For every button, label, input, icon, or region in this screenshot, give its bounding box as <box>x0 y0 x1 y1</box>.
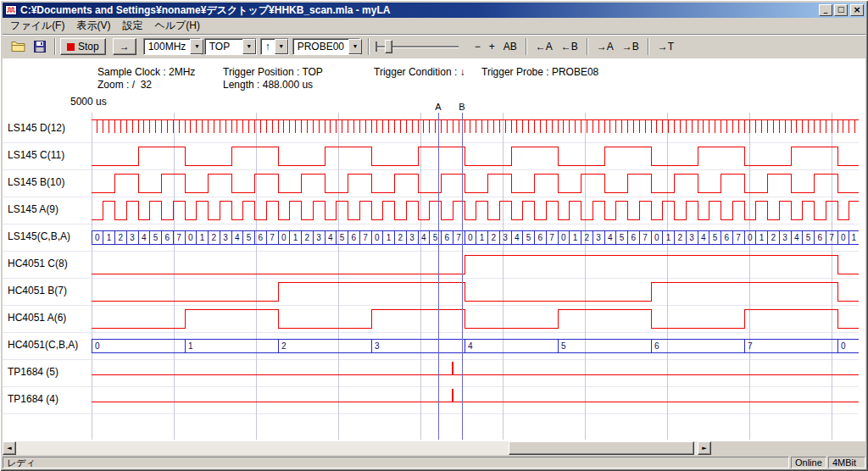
move-b-left-button[interactable]: ←B <box>557 38 582 55</box>
channel-wave <box>92 362 859 374</box>
svg-text:5: 5 <box>247 233 252 242</box>
svg-text:5: 5 <box>153 233 159 242</box>
svg-text:0: 0 <box>188 233 193 242</box>
scrollbar-track[interactable] <box>16 441 698 455</box>
svg-text:5: 5 <box>806 233 811 242</box>
zoom-in-button[interactable]: + <box>485 38 499 55</box>
svg-text:7: 7 <box>736 233 741 242</box>
svg-text:7: 7 <box>643 233 648 242</box>
svg-text:4: 4 <box>421 233 426 242</box>
trigger-edge-select[interactable]: ↑ ▼ <box>260 38 289 55</box>
ready-status: レディ <box>3 457 789 468</box>
stop-button[interactable]: Stop <box>60 38 106 55</box>
probe-select[interactable]: PROBE00 ▼ <box>292 38 360 55</box>
zoom-slider-thumb[interactable] <box>385 40 392 53</box>
svg-text:2: 2 <box>585 233 590 242</box>
svg-text:0: 0 <box>841 341 846 351</box>
svg-text:7: 7 <box>363 233 368 242</box>
svg-text:4: 4 <box>794 233 799 242</box>
move-b-right-button[interactable]: →B <box>618 38 643 55</box>
maximize-button[interactable]: □ <box>834 4 848 16</box>
scroll-right-button[interactable]: ► <box>698 441 711 455</box>
svg-text:5: 5 <box>526 233 531 242</box>
svg-text:4: 4 <box>608 233 613 242</box>
move-a-right-button[interactable]: →A <box>593 38 618 55</box>
svg-text:0: 0 <box>841 233 846 242</box>
svg-text:6: 6 <box>654 341 659 351</box>
svg-text:1: 1 <box>107 233 112 242</box>
trigger-probe-text: Trigger Probe : PROBE08 <box>481 66 598 78</box>
chevron-down-icon[interactable]: ▼ <box>190 39 203 54</box>
svg-text:1: 1 <box>188 341 193 351</box>
svg-text:0: 0 <box>748 233 753 242</box>
zoom-slider[interactable] <box>376 38 459 55</box>
svg-text:6: 6 <box>538 233 543 242</box>
svg-text:4: 4 <box>235 233 240 242</box>
svg-text:0: 0 <box>561 233 566 242</box>
length-text: Length : 488.000 us <box>223 79 313 91</box>
svg-text:0: 0 <box>375 233 380 242</box>
waveform-svg[interactable]: 0123456701234567012345670123456701234567… <box>3 100 864 442</box>
svg-text:7: 7 <box>270 233 275 242</box>
svg-text:3: 3 <box>409 233 415 242</box>
ab-cursors-button[interactable]: AB <box>499 38 521 55</box>
svg-text:0: 0 <box>654 233 659 242</box>
menu-item[interactable]: ヘルプ(H) <box>148 17 206 35</box>
open-folder-icon <box>11 41 25 53</box>
channel-wave <box>92 309 859 328</box>
svg-text:5: 5 <box>713 233 718 242</box>
toolbar-separator <box>587 38 588 55</box>
close-button[interactable]: × <box>850 4 864 16</box>
svg-text:0: 0 <box>281 233 287 242</box>
minimize-button[interactable]: _ <box>819 4 832 16</box>
channel-wave <box>92 389 859 402</box>
svg-text:7: 7 <box>176 233 181 242</box>
svg-text:1: 1 <box>573 233 578 242</box>
menu-item[interactable]: 設定 <box>116 17 148 35</box>
freq-select[interactable]: 100MHz ▼ <box>143 38 201 55</box>
svg-text:1: 1 <box>852 233 857 242</box>
step-button[interactable]: → <box>113 38 136 55</box>
svg-text:1: 1 <box>200 233 205 242</box>
menu-item[interactable]: 表示(V) <box>70 17 116 35</box>
svg-text:5: 5 <box>340 233 345 242</box>
svg-text:5: 5 <box>561 341 566 351</box>
window-title: C:¥Documents and Settings¥noname¥デスクトップ¥… <box>20 3 817 18</box>
h-scrollbar[interactable]: ◄ ► <box>3 441 711 455</box>
waveform-client: Sample Clock : 2MHz Trigger Position : T… <box>3 58 865 456</box>
channel-wave <box>92 147 859 165</box>
svg-text:0: 0 <box>95 341 100 351</box>
save-button[interactable] <box>30 38 50 55</box>
menubar: ファイル(F)表示(V)設定ヘルプ(H) <box>3 18 865 34</box>
move-a-left-button[interactable]: ←A <box>531 38 557 55</box>
svg-text:6: 6 <box>818 233 823 242</box>
svg-text:3: 3 <box>782 233 787 242</box>
svg-text:7: 7 <box>748 341 753 351</box>
chevron-down-icon[interactable]: ▼ <box>242 39 256 54</box>
freq-select-value: 100MHz <box>144 41 191 53</box>
trigger-position-text: Trigger Position : TOP <box>223 66 323 78</box>
svg-text:4: 4 <box>468 341 473 351</box>
svg-text:6: 6 <box>165 233 170 242</box>
titlebar[interactable]: C:¥Documents and Settings¥noname¥デスクトップ¥… <box>3 3 865 18</box>
scroll-left-button[interactable]: ◄ <box>3 441 16 455</box>
svg-text:2: 2 <box>119 233 124 242</box>
svg-text:6: 6 <box>725 233 730 242</box>
zoom-text: Zoom : / 32 <box>97 79 152 91</box>
zoom-out-button[interactable]: − <box>470 38 485 55</box>
toolbar-separator <box>648 38 649 55</box>
trigger-position-select[interactable]: TOP ▼ <box>204 38 257 55</box>
scrollbar-thumb[interactable] <box>509 441 694 455</box>
trigger-edge-value: ↑ <box>261 41 275 53</box>
svg-text:1: 1 <box>480 233 485 242</box>
trigger-position-value: TOP <box>205 41 242 53</box>
menu-item[interactable]: ファイル(F) <box>4 17 70 35</box>
channel-wave <box>92 282 859 301</box>
svg-text:1: 1 <box>666 233 671 242</box>
svg-text:1: 1 <box>293 233 298 242</box>
chevron-down-icon[interactable]: ▼ <box>348 39 362 54</box>
goto-trigger-button[interactable]: →T <box>654 38 678 55</box>
open-button[interactable] <box>7 38 30 55</box>
save-floppy-icon <box>34 41 46 53</box>
chevron-down-icon[interactable]: ▼ <box>275 39 288 54</box>
